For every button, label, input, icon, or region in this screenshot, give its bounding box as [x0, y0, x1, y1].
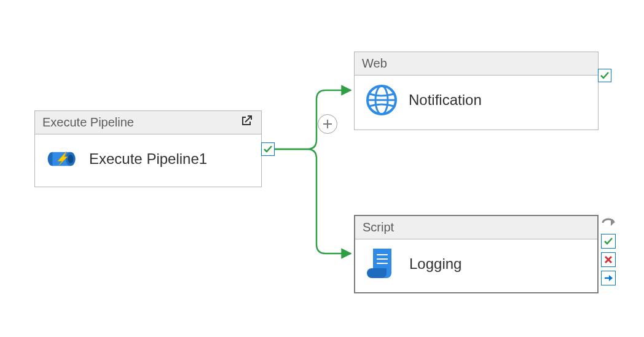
node-web[interactable]: Web Notification — [354, 52, 599, 130]
output-completion-icon[interactable] — [601, 215, 616, 230]
open-pipeline-icon[interactable] — [239, 114, 254, 131]
node-name: Logging — [409, 255, 461, 273]
node-script[interactable]: Script Logging — [354, 215, 599, 293]
node-execute-pipeline[interactable]: Execute Pipeline Execute Pipeline1 — [34, 110, 262, 187]
output-failure-icon[interactable] — [601, 252, 616, 267]
script-icon — [366, 248, 398, 280]
node-header: Script — [355, 216, 597, 239]
node-header: Execute Pipeline — [35, 111, 261, 134]
node-output-handles — [601, 215, 616, 285]
add-activity-button[interactable] — [318, 114, 337, 134]
pipeline-icon — [46, 143, 78, 175]
output-port-success[interactable] — [261, 142, 275, 156]
node-header: Web — [355, 52, 598, 76]
output-success-icon[interactable] — [601, 234, 616, 249]
svg-point-3 — [68, 155, 74, 163]
svg-marker-13 — [609, 275, 613, 281]
node-name: Notification — [409, 91, 482, 109]
output-skip-icon[interactable] — [601, 271, 616, 285]
node-type-label: Script — [363, 220, 394, 234]
web-globe-icon — [366, 84, 398, 116]
node-type-label: Web — [362, 56, 387, 71]
node-name: Execute Pipeline1 — [89, 150, 207, 168]
output-port-success[interactable] — [598, 69, 611, 82]
node-type-label: Execute Pipeline — [42, 115, 134, 130]
